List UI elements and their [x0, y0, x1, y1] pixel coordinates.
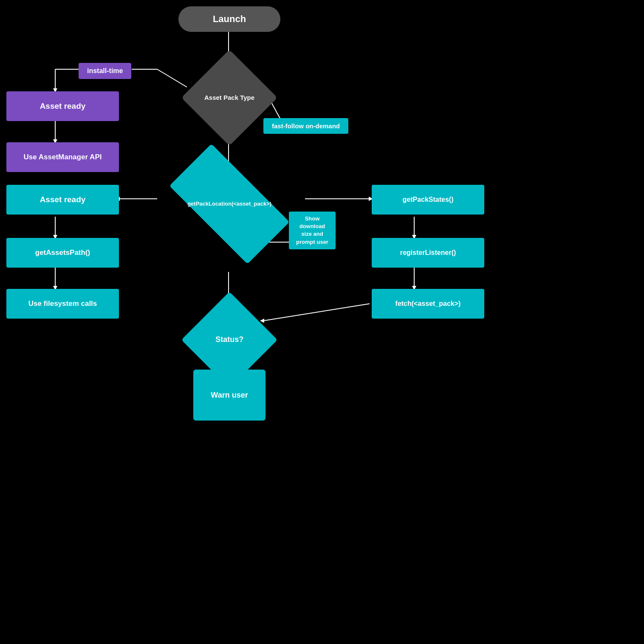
- get-assets-path-node: getAssetsPath(): [6, 238, 119, 268]
- svg-line-9: [271, 102, 280, 119]
- get-pack-location-diamond: getPackLocation(<asset_pack>): [157, 166, 302, 242]
- svg-line-2: [157, 69, 187, 87]
- asset-ready-1-node: Asset ready: [6, 91, 119, 121]
- asset-ready-2-node: Asset ready: [6, 185, 119, 215]
- flowchart: Launch install-time Asset Pack Type fast…: [0, 0, 644, 644]
- fetch-node: fetch(<asset_pack>): [372, 289, 484, 319]
- asset-pack-type-diamond: Asset Pack Type: [187, 55, 272, 140]
- warn-user-node: Warn user: [193, 370, 266, 421]
- get-pack-states-node: getPackStates(): [372, 185, 484, 215]
- fast-follow-label: fast-follow on-demand: [263, 118, 348, 134]
- register-listener-node: registerListener(): [372, 238, 484, 268]
- use-asset-manager-node: Use AssetManager API: [6, 142, 119, 172]
- launch-node: Launch: [178, 6, 280, 32]
- install-time-label: install-time: [79, 63, 131, 79]
- use-filesystem-node: Use filesystem calls: [6, 289, 119, 319]
- show-download-label: Show download size and prompt user: [289, 212, 336, 249]
- svg-line-30: [263, 304, 370, 321]
